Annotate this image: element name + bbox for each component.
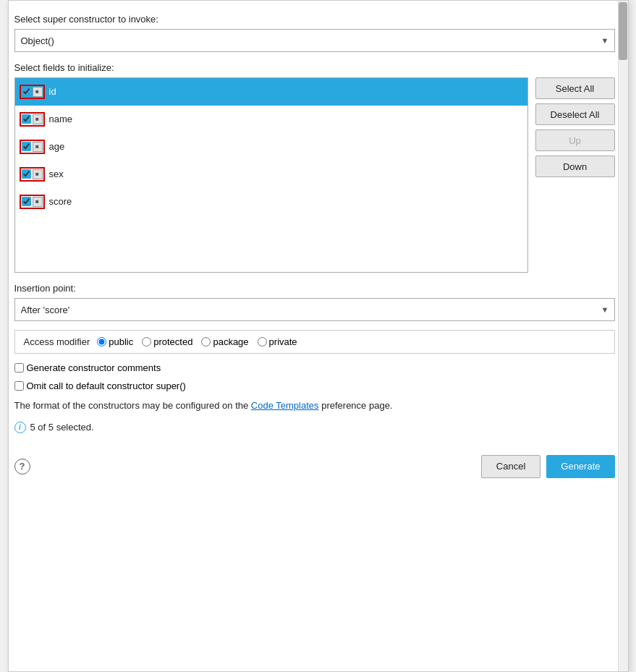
generate-comments-checkbox[interactable] [14, 363, 24, 373]
field-label-id: id [49, 86, 56, 97]
field-label-sex: sex [49, 169, 64, 179]
generate-button[interactable]: Generate [546, 455, 614, 478]
generate-comments-item[interactable]: Generate constructor comments [14, 362, 615, 373]
scrollbar-thumb [619, 2, 627, 60]
field-item-id[interactable]: ■ id [15, 78, 527, 106]
field-label-name: name [49, 114, 73, 124]
radio-input-private[interactable] [258, 337, 267, 346]
omit-super-checkbox[interactable] [14, 381, 24, 391]
field-checkbox-wrap-name: ■ [20, 112, 45, 127]
field-label-age: age [49, 141, 65, 152]
insertion-point-label: Insertion point: [14, 283, 615, 294]
field-small-icon-sex: ■ [33, 169, 43, 179]
access-modifier-radio-group: public protected package private [97, 336, 297, 347]
field-checkbox-age[interactable] [22, 142, 31, 151]
super-constructor-dropdown-wrapper: Object() ▼ [14, 29, 615, 52]
field-small-icon-age: ■ [33, 142, 43, 152]
status-line: i 5 of 5 selected. [14, 422, 615, 433]
field-item-score[interactable]: ■ score [15, 188, 527, 216]
up-button[interactable]: Up [535, 129, 615, 151]
insertion-point-select[interactable]: After 'score' [14, 298, 615, 321]
radio-label-private: private [269, 336, 297, 347]
radio-package[interactable]: package [201, 336, 248, 347]
radio-label-public: public [109, 336, 133, 347]
radio-private[interactable]: private [258, 336, 297, 347]
radio-input-protected[interactable] [142, 337, 151, 346]
radio-input-package[interactable] [201, 337, 211, 346]
bottom-bar: ? Cancel Generate [14, 448, 615, 478]
fields-label: Select fields to initialize: [14, 62, 615, 73]
field-checkbox-name[interactable] [22, 114, 31, 124]
field-checkbox-wrap-age: ■ [20, 140, 45, 154]
info-text: The format of the constructors may be co… [14, 399, 615, 413]
info-text-after: preference page. [319, 400, 393, 411]
select-all-button[interactable]: Select All [535, 77, 615, 99]
down-button[interactable]: Down [535, 156, 615, 177]
radio-protected[interactable]: protected [142, 336, 192, 347]
status-info-icon: i [14, 422, 26, 433]
bottom-buttons: Cancel Generate [481, 455, 615, 478]
field-checkbox-score[interactable] [22, 197, 31, 206]
super-constructor-select[interactable]: Object() [14, 29, 615, 52]
access-modifier-label: Access modifier [24, 336, 90, 347]
fields-buttons: Select All Deselect All Up Down [535, 77, 615, 273]
access-modifier-section: Access modifier public protected package… [14, 330, 615, 354]
radio-label-package: package [213, 336, 248, 347]
field-small-icon-id: ■ [33, 87, 43, 97]
fields-list: ■ id ■ name ■ age [14, 77, 528, 273]
insertion-point-dropdown-wrapper: After 'score' ▼ [14, 298, 615, 321]
field-checkbox-sex[interactable] [22, 169, 31, 179]
omit-super-item[interactable]: Omit call to default constructor super() [14, 380, 615, 391]
radio-label-protected: protected [153, 336, 192, 347]
field-item-name[interactable]: ■ name [15, 106, 527, 133]
field-label-score: score [49, 196, 72, 207]
radio-input-public[interactable] [97, 337, 106, 346]
cancel-button[interactable]: Cancel [481, 455, 540, 478]
status-text: 5 of 5 selected. [30, 422, 94, 433]
field-checkbox-wrap-id: ■ [20, 85, 45, 99]
omit-super-label: Omit call to default constructor super() [27, 380, 186, 391]
scrollbar[interactable] [618, 1, 628, 671]
super-constructor-label: Select super constructor to invoke: [14, 14, 615, 25]
generate-comments-label: Generate constructor comments [27, 362, 161, 373]
field-checkbox-wrap-score: ■ [20, 195, 45, 209]
field-checkbox-id[interactable] [22, 87, 31, 96]
field-checkbox-wrap-sex: ■ [20, 167, 45, 182]
field-small-icon-score: ■ [33, 197, 43, 207]
field-small-icon-name: ■ [33, 114, 43, 124]
access-modifier-block: Access modifier public protected package… [14, 330, 615, 354]
field-item-sex[interactable]: ■ sex [15, 161, 527, 188]
info-text-before: The format of the constructors may be co… [14, 400, 251, 411]
dialog: Select super constructor to invoke: Obje… [8, 0, 629, 672]
fields-section: ■ id ■ name ■ age [14, 77, 615, 273]
radio-public[interactable]: public [97, 336, 133, 347]
code-templates-link[interactable]: Code Templates [251, 400, 319, 411]
field-item-age[interactable]: ■ age [15, 133, 527, 161]
deselect-all-button[interactable]: Deselect All [535, 103, 615, 125]
help-icon[interactable]: ? [14, 459, 30, 475]
